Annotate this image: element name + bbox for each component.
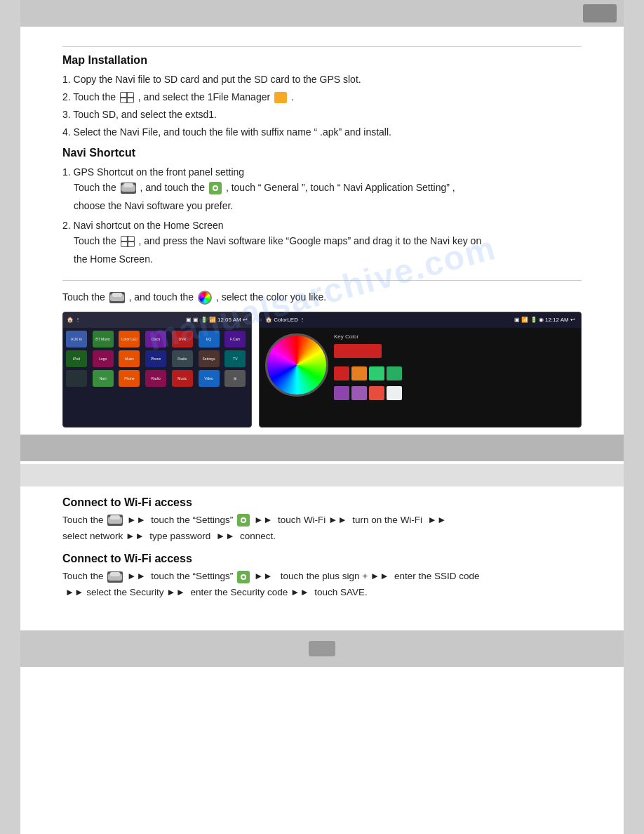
svg-rect-13 [112, 293, 122, 297]
top-divider [62, 46, 582, 47]
svg-rect-10 [121, 242, 127, 246]
app-icon-extra2: Navi [93, 370, 114, 387]
svg-point-7 [214, 187, 217, 190]
wifi-section-2: Connect to Wi-Fi access Touch the ►► tou… [62, 552, 582, 601]
app-icon-disco: Disco [145, 331, 166, 348]
file-manager-icon [274, 92, 287, 103]
map-step-1: 1. Copy the Navi file to SD card and put… [62, 72, 582, 87]
swatch-cell-7 [369, 386, 384, 400]
navi-step-2-text: Touch the , and press the Navi software … [62, 233, 582, 249]
swatch-cell-3 [369, 366, 384, 380]
app-icon-fcamera: F.Cam [224, 331, 246, 348]
svg-rect-3 [128, 98, 133, 102]
footer-button[interactable] [309, 641, 335, 656]
app-icon-phone: Phone [145, 350, 166, 367]
app-icon-extra3: Phone [119, 370, 140, 387]
color-wheel [265, 333, 328, 397]
app-icon-extra7: ⊞ [224, 370, 246, 387]
wifi-section-1: Connect to Wi-Fi access Touch the ►► tou… [62, 496, 582, 545]
svg-rect-19 [110, 572, 120, 576]
svg-rect-15 [110, 515, 120, 519]
app-icon-extra1 [66, 370, 87, 387]
swatch-cell-6 [351, 386, 367, 400]
map-step-2: 2. Touch the , and select the 1File Mana… [62, 90, 582, 105]
app-icon-btmusic: BT Music [93, 331, 114, 348]
swatch-row-2 [334, 386, 575, 400]
app-icon-eq: EQ [199, 331, 220, 348]
app-icon-auxin: AUX In [66, 331, 87, 348]
map-installation-section: Map Installation 1. Copy the Navi file t… [62, 54, 582, 140]
app-icon-ipod: iPod [66, 350, 87, 367]
grid-icon-2 [121, 236, 135, 247]
svg-rect-2 [121, 98, 126, 102]
svg-rect-0 [121, 93, 126, 97]
swatch-cell-1 [334, 366, 349, 380]
screenshot-right: 🏠 ColorLED ⋮ ▣ 📶 🔋 ◉ 12:12 AM ↩ Key Colo… [259, 312, 582, 428]
right-screen-bar: 🏠 ColorLED ⋮ ▣ 📶 🔋 ◉ 12:12 AM ↩ [260, 312, 581, 328]
svg-rect-9 [128, 237, 134, 241]
app-icon-settings: Settings [199, 350, 220, 367]
navi-step-2: 2. Navi shortcut on the Home Screen Touc… [62, 218, 582, 267]
car-icon-wifi1 [107, 515, 123, 526]
navi-step-2-text2: the Home Screen. [62, 251, 582, 267]
app-icon-extra6: Video [199, 370, 220, 387]
gray-bar-1 [20, 435, 624, 461]
swatch-main [334, 344, 382, 358]
wifi-text-2: Touch the ►► touch the “Settings” ►► tou… [62, 569, 582, 601]
color-dot-icon [198, 291, 212, 305]
svg-rect-8 [121, 237, 127, 241]
settings-icon-wifi1 [237, 514, 250, 527]
color-section-intro: Touch the , and touch the , select the c… [62, 291, 582, 305]
app-grid: AUX In BT Music Color LED Disco DVR EQ F… [63, 328, 251, 390]
car-icon-1 [121, 183, 136, 194]
app-icon-extra4: Radio [145, 370, 166, 387]
color-swatches: Key Color [334, 333, 575, 400]
navi-shortcut-heading: Navi Shortcut [62, 147, 582, 159]
settings-icon-wifi2 [237, 571, 250, 583]
screenshot-left: 🏠 ⋮ ▣ ▣ 🔋 📶 12:05 AM ↩ AUX In BT Music C… [62, 312, 252, 428]
app-icon-colorled: Color LED [119, 331, 140, 348]
svg-rect-11 [128, 242, 134, 246]
map-step-3: 3. Touch SD, and select the extsd1. [62, 107, 582, 122]
map-step-4: 4. Select the Navi File, and touch the f… [62, 125, 582, 140]
car-icon-wifi2 [107, 571, 123, 583]
app-icon-radio: Radio [172, 350, 193, 367]
navi-step-2-heading: 2. Navi shortcut on the Home Screen [62, 218, 582, 233]
swatch-row-1 [334, 366, 575, 380]
app-icon-dvr: DVR [172, 331, 193, 348]
key-color-label: Key Color [334, 333, 575, 340]
map-installation-list: 1. Copy the Navi file to SD card and put… [62, 72, 582, 140]
navi-step-1-text: Touch the , and touch the , touch “ Gene… [62, 180, 582, 195]
light-gray-bar [20, 464, 624, 486]
swatch-cell-8 [387, 386, 402, 400]
swatch-cell-4 [387, 366, 402, 380]
svg-rect-1 [128, 93, 133, 97]
wifi-heading-1: Connect to Wi-Fi access [62, 496, 582, 509]
svg-point-17 [242, 519, 245, 522]
grid-icon [120, 92, 134, 103]
app-icon-music: Music [119, 350, 140, 367]
swatch-cell-2 [351, 366, 367, 380]
swatch-cell-5 [334, 386, 349, 400]
wifi-text-1: Touch the ►► touch the “Settings” ►► tou… [62, 512, 582, 545]
app-icon-tv: TV [224, 350, 246, 367]
navi-shortcut-list: 1. GPS Shortcut on the front panel setti… [62, 165, 582, 267]
gear-icon-1 [209, 182, 222, 194]
svg-rect-5 [123, 183, 133, 187]
car-icon-color [109, 292, 125, 303]
mid-divider [62, 280, 582, 281]
map-installation-heading: Map Installation [62, 54, 582, 67]
wifi-heading-2: Connect to Wi-Fi access [62, 552, 582, 565]
navi-step-1-text2: choose the Navi software you prefer. [62, 198, 582, 213]
navi-shortcut-section: Navi Shortcut 1. GPS Shortcut on the fro… [62, 147, 582, 267]
footer-bar [20, 630, 624, 667]
left-screen-bar: 🏠 ⋮ ▣ ▣ 🔋 📶 12:05 AM ↩ [63, 312, 251, 328]
navi-step-1: 1. GPS Shortcut on the front panel setti… [62, 165, 582, 214]
svg-point-21 [242, 576, 245, 578]
top-bar-button[interactable] [583, 4, 617, 22]
app-icon-extra5: Music [172, 370, 193, 387]
top-bar [20, 0, 624, 27]
navi-step-1-heading: 1. GPS Shortcut on the front panel setti… [62, 165, 582, 180]
app-icon-logoselect: Logo [93, 350, 114, 367]
screenshot-row: 🏠 ⋮ ▣ ▣ 🔋 📶 12:05 AM ↩ AUX In BT Music C… [62, 312, 582, 428]
